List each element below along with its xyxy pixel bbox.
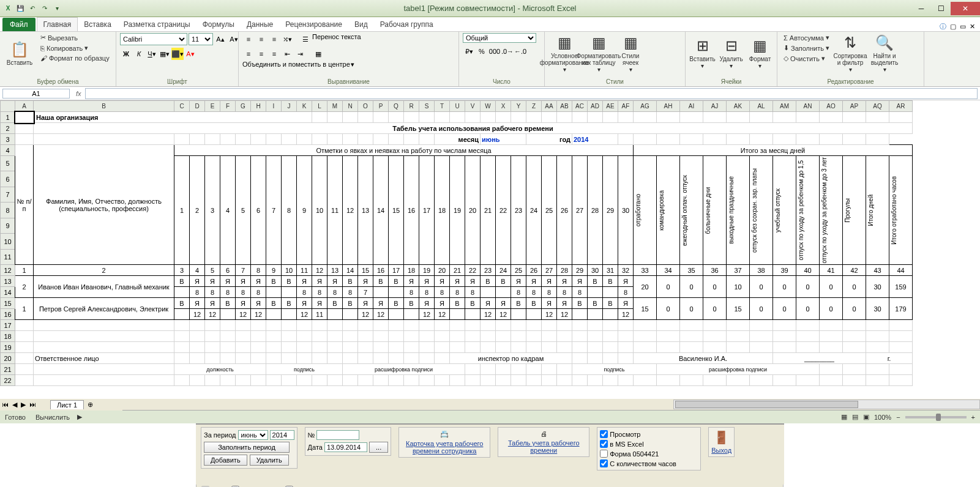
number-format-select[interactable]: Общий: [463, 33, 536, 43]
period-year-input[interactable]: [270, 430, 294, 440]
tab-workgroup[interactable]: Рабочая группа: [374, 18, 440, 31]
merge-button[interactable]: ▦: [312, 48, 324, 60]
close-doc-icon[interactable]: ✕: [970, 23, 975, 31]
align-right-icon[interactable]: ≡: [268, 48, 280, 60]
grow-font-icon[interactable]: A▴: [214, 33, 226, 45]
help-icon[interactable]: ⓘ: [940, 22, 946, 31]
fill-color-button[interactable]: ⬛▾: [171, 48, 184, 60]
sheet-tab[interactable]: Лист 1: [50, 400, 84, 409]
view-layout-icon[interactable]: ▤: [852, 413, 858, 421]
min-ribbon-icon[interactable]: ▢: [950, 23, 956, 31]
spreadsheet-grid[interactable]: ABCDEFGHIJKLMNOPQRSTUVWXYZAAABACADAEAFAG…: [0, 100, 913, 386]
card-link[interactable]: Карточка учета рабочего времени сотрудни…: [402, 440, 487, 455]
zoom-out-icon[interactable]: −: [896, 414, 900, 421]
indent-dec-icon[interactable]: ⇤: [281, 48, 293, 60]
paste-button[interactable]: 📋Вставить: [4, 33, 36, 73]
align-bot-icon[interactable]: ≡: [268, 33, 280, 45]
sort-filter-button[interactable]: ⇅Сортировка и фильтр▾: [834, 33, 866, 73]
indent-inc-icon[interactable]: ⇥: [294, 48, 306, 60]
cond-format-button[interactable]: ▦Условное форматирование▾: [548, 33, 580, 73]
delete-button[interactable]: Удалить: [250, 455, 289, 466]
cell-styles-button[interactable]: ▦Стили ячеек▾: [617, 33, 644, 73]
comma-icon[interactable]: 000: [488, 45, 501, 58]
tab-review[interactable]: Рецензирование: [279, 18, 348, 31]
group-align-label: Выравнивание: [242, 77, 455, 85]
inc-decimal-icon[interactable]: .0→: [501, 45, 514, 58]
zoom-slider[interactable]: [905, 416, 967, 418]
redo-icon[interactable]: ↷: [39, 3, 50, 14]
chk-preview[interactable]: Просмотр: [600, 430, 698, 438]
find-select-button[interactable]: 🔍Найти и выделить▾: [869, 33, 900, 73]
date-input[interactable]: [324, 442, 367, 452]
format-table-button[interactable]: ▦Форматировать как таблицу▾: [583, 33, 615, 73]
cut-button[interactable]: ✂ Вырезать: [38, 33, 112, 42]
align-center-icon[interactable]: ≡: [255, 48, 267, 60]
border-button[interactable]: ▦▾: [159, 48, 171, 60]
view-normal-icon[interactable]: ▦: [841, 413, 847, 421]
save-icon[interactable]: 💾: [15, 3, 26, 14]
insert-cells-button[interactable]: ⊞Вставить▾: [689, 33, 716, 73]
new-sheet-icon[interactable]: ⊕: [84, 401, 97, 409]
format-painter-button[interactable]: 🖌 Формат по образцу: [38, 54, 112, 62]
chk-form[interactable]: Форма 0504421: [600, 450, 698, 458]
tab-file[interactable]: Файл: [2, 18, 36, 31]
chk-excel[interactable]: в MS Excel: [600, 440, 698, 448]
period-month-select[interactable]: июнь: [238, 430, 268, 440]
worksheet-area[interactable]: ABCDEFGHIJKLMNOPQRSTUVWXYZAAABACADAEAFAG…: [0, 100, 980, 399]
sheet-nav-prev-icon[interactable]: ◀: [10, 401, 19, 409]
tab-home[interactable]: Главная: [37, 17, 78, 31]
exit-link[interactable]: Выход: [711, 447, 731, 454]
formula-bar[interactable]: [85, 88, 978, 99]
italic-button[interactable]: К: [133, 48, 145, 60]
tab-data[interactable]: Данные: [241, 18, 279, 31]
minimize-button[interactable]: ─: [911, 2, 931, 15]
chk-hours[interactable]: С количеством часов: [600, 459, 698, 467]
sheet-nav-last-icon[interactable]: ⏭: [28, 401, 38, 408]
currency-icon[interactable]: ₽▾: [463, 45, 475, 58]
format-cells-button[interactable]: ▦Формат▾: [747, 33, 773, 73]
align-left-icon[interactable]: ≡: [242, 48, 255, 60]
zoom-level[interactable]: 100%: [874, 414, 891, 421]
view-break-icon[interactable]: ▣: [863, 413, 869, 421]
sheet-nav-next-icon[interactable]: ▶: [19, 401, 28, 409]
align-mid-icon[interactable]: ≡: [255, 33, 267, 45]
tab-layout[interactable]: Разметка страницы: [118, 18, 196, 31]
card-icon: 📇: [440, 430, 449, 438]
font-color-button[interactable]: A▾: [184, 48, 196, 60]
num-label: №: [308, 431, 315, 439]
tab-formulas[interactable]: Формулы: [196, 18, 241, 31]
name-box[interactable]: [2, 89, 70, 99]
zoom-in-icon[interactable]: +: [971, 414, 975, 421]
date-pick-button[interactable]: ...: [369, 442, 388, 453]
copy-button[interactable]: ⎘ Копировать ▾: [38, 43, 112, 53]
undo-icon[interactable]: ↶: [27, 3, 38, 14]
clear-button[interactable]: ◇ Очистить ▾: [781, 54, 832, 63]
sheet-nav-first-icon[interactable]: ⏮: [0, 401, 10, 408]
maximize-button[interactable]: ☐: [931, 2, 951, 15]
restore-icon[interactable]: ▭: [960, 23, 966, 31]
font-name-select[interactable]: Calibri: [120, 33, 187, 45]
bold-button[interactable]: Ж: [120, 48, 132, 60]
shrink-font-icon[interactable]: A▾: [228, 33, 240, 45]
percent-icon[interactable]: %: [476, 45, 488, 58]
underline-button[interactable]: Ч▾: [146, 48, 158, 60]
close-button[interactable]: ✕: [951, 2, 980, 15]
hscroll-bar[interactable]: ⏮ ◀ ▶ ⏭ Лист 1 ⊕: [0, 399, 980, 410]
tab-insert[interactable]: Вставка: [78, 18, 118, 31]
font-size-select[interactable]: 11: [189, 33, 213, 45]
fill-button[interactable]: ⬇ Заполнить ▾: [781, 43, 832, 53]
delete-cells-button[interactable]: ⊟Удалить▾: [718, 33, 744, 73]
fx-icon[interactable]: fx: [76, 90, 81, 97]
autosum-button[interactable]: Σ Автосумма ▾: [781, 33, 832, 42]
add-button[interactable]: Добавить: [204, 455, 247, 466]
tab-view[interactable]: Вид: [348, 18, 374, 31]
fill-period-button[interactable]: Заполнить период: [204, 442, 290, 453]
macro-icon[interactable]: ▶: [75, 413, 84, 421]
orientation-icon[interactable]: ⤭▾: [281, 33, 293, 45]
qat-more-icon[interactable]: ▾: [51, 3, 62, 14]
tabel-link[interactable]: Табель учета рабочего времени: [501, 439, 586, 454]
wrap-text-button[interactable]: ☰: [299, 33, 312, 45]
num-input[interactable]: [316, 430, 359, 440]
dec-decimal-icon[interactable]: ←.0: [514, 45, 526, 58]
align-top-icon[interactable]: ≡: [242, 33, 255, 45]
